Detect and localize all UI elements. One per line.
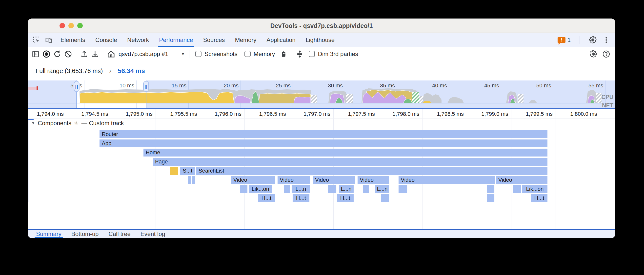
- tab-application[interactable]: Application: [266, 33, 295, 47]
- flame-bar[interactable]: [170, 167, 178, 175]
- ruler-time-label: 1,795.5 ms: [155, 111, 197, 117]
- breadcrumb-full-range[interactable]: Full range (3,653.76 ms): [36, 68, 103, 74]
- tab-lighthouse[interactable]: Lighthouse: [306, 33, 334, 47]
- memory-label: Memory: [254, 50, 275, 58]
- bottom-tab-bottom-up[interactable]: Bottom-up: [71, 230, 99, 238]
- device-toolbar-icon[interactable]: [44, 36, 53, 44]
- ruler-time-label: 1,798.0 ms: [377, 111, 419, 117]
- upload-profile-icon[interactable]: [79, 49, 90, 60]
- right-resize-handle-icon[interactable]: ||: [143, 81, 149, 92]
- more-options-icon[interactable]: [602, 36, 610, 44]
- flame-bar[interactable]: [487, 194, 494, 202]
- dim-3rd-parties-checkbox[interactable]: Dim 3rd parties: [309, 50, 358, 58]
- issue-icon: !: [558, 37, 566, 43]
- memory-checkbox[interactable]: Memory: [244, 50, 275, 58]
- flame-bar-video[interactable]: Video: [312, 176, 355, 184]
- flame-bar-s-t[interactable]: S...t: [180, 167, 195, 175]
- help-icon[interactable]: [602, 50, 610, 58]
- panel-settings-gear-icon[interactable]: [589, 50, 598, 58]
- collapse-triangle-icon[interactable]: ▼: [31, 121, 35, 126]
- flame-bar-searchlist[interactable]: SearchList: [196, 167, 548, 175]
- divider: [582, 50, 582, 58]
- tab-console[interactable]: Console: [95, 33, 117, 47]
- home-icon[interactable]: [106, 49, 116, 60]
- divider: [76, 50, 76, 58]
- flame-bar-lik-on[interactable]: Lik...on: [248, 185, 272, 193]
- flame-bar-h-t[interactable]: H...t: [336, 194, 354, 202]
- tab-sources[interactable]: Sources: [203, 33, 225, 47]
- settings-gear-icon[interactable]: [589, 36, 597, 44]
- flame-bar[interactable]: [398, 185, 408, 193]
- tab-network[interactable]: Network: [127, 33, 149, 47]
- ruler-time-label: 1,796.0 ms: [200, 111, 242, 117]
- flame-bar[interactable]: [192, 176, 195, 184]
- bottom-tab-event-log[interactable]: Event log: [140, 230, 165, 238]
- flame-bar-l-n[interactable]: L...n: [292, 185, 310, 193]
- collapse-sections-icon[interactable]: [294, 49, 305, 60]
- chevron-right-icon: ›: [109, 67, 111, 75]
- track-bottom-divider: [28, 213, 615, 213]
- flame-bar-video[interactable]: Video: [357, 176, 390, 184]
- flame-bar[interactable]: [240, 185, 248, 193]
- ruler-divider: [28, 118, 615, 119]
- left-resize-handle-icon[interactable]: ||: [74, 81, 80, 92]
- tab-memory[interactable]: Memory: [235, 33, 256, 47]
- flame-bar-page[interactable]: Page: [152, 158, 548, 166]
- target-select[interactable]: qsvd7p.csb.app #1 ▼: [118, 50, 185, 58]
- flame-bar-lik-on[interactable]: Lik...on: [522, 185, 548, 193]
- flame-bar[interactable]: [381, 194, 390, 202]
- flame-chart-area[interactable]: 1,794.0 ms1,794.5 ms1,795.0 ms1,795.5 ms…: [28, 108, 615, 229]
- flame-bar-h-t[interactable]: H...t: [258, 194, 275, 202]
- target-select-value: qsvd7p.csb.app #1: [118, 50, 168, 58]
- download-profile-icon[interactable]: [90, 49, 100, 60]
- inspect-element-icon[interactable]: [32, 36, 41, 44]
- flame-bar[interactable]: [363, 185, 369, 193]
- toggle-sidebar-icon[interactable]: [30, 49, 41, 60]
- divider: [580, 36, 580, 44]
- issues-counter[interactable]: ! 1: [558, 36, 571, 44]
- flame-bar-home[interactable]: Home: [143, 148, 548, 156]
- range-breadcrumb: Full range (3,653.76 ms) › 56.34 ms: [28, 61, 615, 80]
- ruler-time-label: 1,794.0 ms: [28, 111, 64, 117]
- flame-bar-video[interactable]: Video: [398, 176, 495, 184]
- timeline-gridline: [156, 108, 156, 229]
- performance-toolbar: qsvd7p.csb.app #1 ▼ Screenshots Memory: [28, 47, 615, 61]
- ruler-time-label: 1,800.5 ms: [600, 111, 615, 117]
- screenshots-checkbox[interactable]: Screenshots: [195, 50, 237, 58]
- flame-bar[interactable]: [188, 176, 191, 184]
- tab-elements[interactable]: Elements: [60, 33, 85, 47]
- flame-bar[interactable]: [513, 185, 522, 193]
- flame-bar-video[interactable]: Video: [231, 176, 275, 184]
- record-button[interactable]: [41, 49, 52, 60]
- breadcrumb-selected-range[interactable]: 56.34 ms: [118, 67, 145, 75]
- record-and-reload-icon[interactable]: [52, 49, 63, 60]
- flame-bar-video[interactable]: Video: [496, 176, 548, 184]
- clear-icon[interactable]: [63, 49, 74, 60]
- title-bar[interactable]: DevTools - qsvd7p.csb.app/video/1: [28, 18, 615, 33]
- custom-track-header[interactable]: ▼ Components ⚛ — Custom track: [31, 119, 124, 128]
- flame-bar[interactable]: [487, 185, 494, 193]
- flame-bar[interactable]: [284, 185, 290, 193]
- track-suffix: — Custom track: [82, 120, 124, 127]
- timeline-overview[interactable]: 5 ms10 ms15 ms20 ms25 ms30 ms35 ms40 ms4…: [28, 80, 615, 108]
- ruler-time-label: 1,797.5 ms: [333, 111, 375, 117]
- bottom-tab-summary[interactable]: Summary: [36, 230, 62, 238]
- checkbox-icon: [309, 51, 315, 57]
- bottom-tab-call-tree[interactable]: Call tree: [108, 230, 130, 238]
- flame-bar-h-t[interactable]: H...t: [531, 194, 548, 202]
- flame-bar-h-t[interactable]: H...t: [292, 194, 310, 202]
- track-name: Components: [38, 120, 71, 127]
- flame-bar[interactable]: [328, 185, 336, 193]
- timeline-gridline: [556, 108, 556, 229]
- flame-bar-l-n[interactable]: L...n: [375, 185, 390, 193]
- flame-bar-l-n[interactable]: L...n: [338, 185, 354, 193]
- dim-3rd-parties-label: Dim 3rd parties: [318, 50, 358, 58]
- flame-bar-router[interactable]: Router: [99, 130, 548, 138]
- timeline-gridline: [600, 108, 600, 229]
- ruler-time-label: 1,798.5 ms: [422, 111, 464, 117]
- flame-bar-video[interactable]: Video: [277, 176, 310, 184]
- garbage-collect-icon[interactable]: [278, 49, 289, 60]
- ruler-time-label: 1,797.0 ms: [288, 111, 330, 117]
- tab-performance[interactable]: Performance: [159, 33, 193, 47]
- flame-bar-app[interactable]: App: [99, 140, 548, 147]
